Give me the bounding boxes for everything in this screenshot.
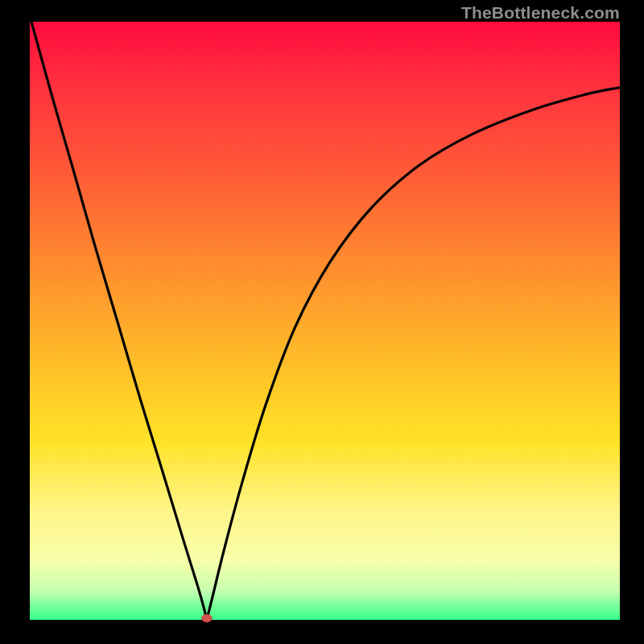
watermark-text: TheBottleneck.com: [461, 3, 620, 23]
vertex-marker: [201, 614, 212, 622]
bottleneck-curve: [30, 22, 620, 620]
plot-area: [30, 22, 620, 620]
curve-left-branch: [30, 16, 207, 620]
chart-frame: TheBottleneck.com: [0, 0, 644, 644]
curve-right-branch: [207, 88, 620, 620]
